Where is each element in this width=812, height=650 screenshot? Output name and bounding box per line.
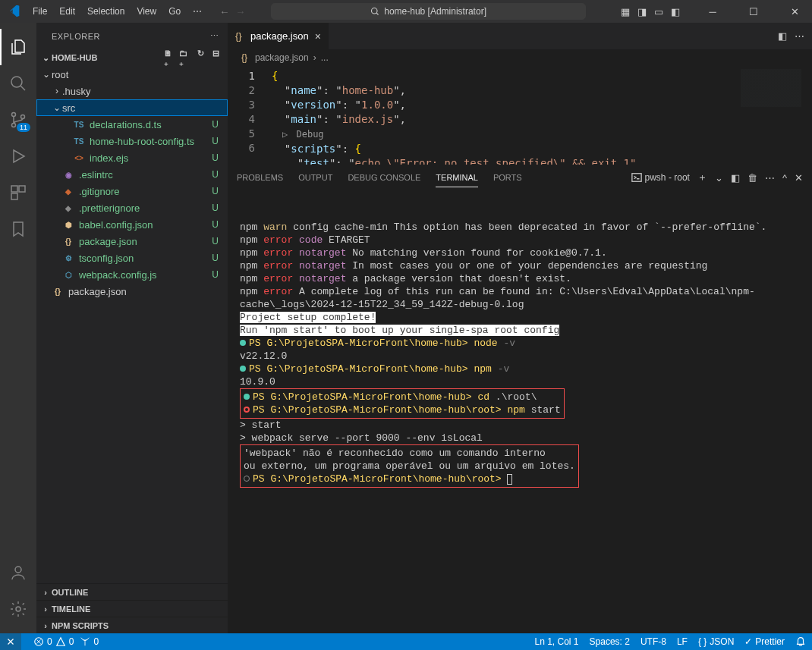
tab-problems[interactable]: PROBLEMS xyxy=(237,168,283,187)
activity-settings[interactable] xyxy=(0,591,36,627)
status-prettier[interactable]: ✓ Prettier xyxy=(744,636,785,647)
terminal-line: Project setup complete! xyxy=(240,311,800,324)
toggle-secondary-icon[interactable]: ▭ xyxy=(653,5,665,17)
tree-item[interactable]: {}package.json xyxy=(36,283,228,300)
tab-output[interactable]: OUTPUT xyxy=(298,168,332,187)
terminal-line: ou externo, um programa operável ou um a… xyxy=(244,460,575,473)
nav-back-icon[interactable]: ← xyxy=(219,6,229,17)
npm-scripts-section[interactable]: ›NPM SCRIPTS xyxy=(36,617,228,633)
toggle-panel-icon[interactable]: ◨ xyxy=(636,5,648,17)
new-folder-icon[interactable]: 🗀₊ xyxy=(179,49,191,68)
folder-section-header[interactable]: ⌄ HOME-HUB 🗎₊ 🗀₊ ↻ ⊟ xyxy=(36,49,228,66)
tree-item[interactable]: ⬡webpack.config.jsU xyxy=(36,266,228,283)
line-gutter: 123456 xyxy=(228,66,266,165)
play-bug-icon xyxy=(9,147,27,165)
files-icon xyxy=(9,38,27,56)
minimap[interactable] xyxy=(741,69,801,107)
tab-terminal[interactable]: TERMINAL xyxy=(436,168,478,187)
chevron-down-icon: ⌄ xyxy=(39,53,52,63)
menu-selection[interactable]: Selection xyxy=(81,0,131,23)
terminal-line: PS G:\ProjetoSPA-MicroFront\home-hub> no… xyxy=(240,337,800,350)
status-eol[interactable]: LF xyxy=(677,636,688,647)
status-spaces[interactable]: Spaces: 2 xyxy=(590,636,630,647)
svg-rect-7 xyxy=(11,186,17,192)
activity-search[interactable] xyxy=(0,65,36,102)
svg-point-6 xyxy=(21,115,25,119)
tree-item[interactable]: TSdeclarations.d.tsU xyxy=(36,116,228,133)
refresh-icon[interactable]: ↻ xyxy=(194,49,206,68)
status-encoding[interactable]: UTF-8 xyxy=(640,636,666,647)
tree-item[interactable]: ⌄root xyxy=(36,66,228,83)
split-terminal-icon[interactable]: ◧ xyxy=(731,172,740,184)
terminal-line: npm warn config cache-min This option ha… xyxy=(240,221,800,234)
file-name: src xyxy=(62,102,75,114)
remote-button[interactable] xyxy=(0,633,21,650)
tab-ports[interactable]: PORTS xyxy=(493,168,522,187)
menu-more[interactable]: ⋯ xyxy=(187,0,208,23)
new-terminal-icon[interactable]: ＋ xyxy=(697,171,707,184)
close-tab-icon[interactable]: × xyxy=(315,30,321,42)
explorer-more-icon[interactable]: ⋯ xyxy=(210,31,219,41)
split-editor-icon[interactable]: ◧ xyxy=(778,30,787,42)
activity-bookmark[interactable] xyxy=(0,211,36,247)
maximize-button[interactable]: ☐ xyxy=(736,0,771,23)
toggle-sidebar-icon[interactable]: ◧ xyxy=(669,5,681,17)
terminal-dropdown-icon[interactable]: ⌄ xyxy=(715,172,723,184)
close-panel-icon[interactable]: ✕ xyxy=(795,172,803,184)
activity-account[interactable] xyxy=(0,554,36,591)
tree-item[interactable]: ◆.prettierignoreU xyxy=(36,199,228,216)
error-icon xyxy=(33,636,44,647)
file-name: package.json xyxy=(68,286,127,297)
more-actions-icon[interactable]: ⋯ xyxy=(795,30,804,42)
status-idle-icon xyxy=(244,476,250,482)
menu-go[interactable]: Go xyxy=(162,0,187,23)
collapse-icon[interactable]: ⊟ xyxy=(209,49,222,68)
activity-extensions[interactable] xyxy=(0,174,36,211)
editor-body[interactable]: 123456 { "name": "home-hub", "version": … xyxy=(228,66,812,165)
tree-item[interactable]: ›.husky xyxy=(36,83,228,99)
status-ports[interactable]: 0 xyxy=(80,636,99,647)
command-center[interactable]: home-hub [Administrator] xyxy=(271,3,586,20)
editor-group: {} package.json × ◧ ⋯ {} package.json › … xyxy=(228,23,812,633)
outline-section[interactable]: ›OUTLINE xyxy=(36,583,228,600)
vscode-logo xyxy=(0,5,27,17)
activity-run-debug[interactable] xyxy=(0,138,36,174)
timeline-section[interactable]: ›TIMELINE xyxy=(36,600,228,617)
tree-item[interactable]: ⬢babel.config.jsonU xyxy=(36,216,228,233)
layout-customize-icon[interactable]: ▦ xyxy=(619,5,631,17)
kill-terminal-icon[interactable]: 🗑 xyxy=(747,172,757,184)
more-panel-icon[interactable]: ⋯ xyxy=(765,172,775,184)
status-ln-col[interactable]: Ln 1, Col 1 xyxy=(535,636,579,647)
activity-explorer[interactable] xyxy=(0,29,36,65)
tree-item[interactable]: <>index.ejsU xyxy=(36,149,228,166)
activity-source-control[interactable]: 11 xyxy=(0,102,36,138)
status-problems[interactable]: 0 0 xyxy=(33,636,74,647)
tab-debug-console[interactable]: DEBUG CONSOLE xyxy=(348,168,420,187)
tree-item[interactable]: ◉.eslintrcU xyxy=(36,166,228,183)
terminal-line: npm error notarget No matching version f… xyxy=(240,246,800,259)
status-language[interactable]: { } JSON xyxy=(698,636,734,647)
tree-item[interactable]: {}package.jsonU xyxy=(36,233,228,250)
status-notifications[interactable] xyxy=(795,636,806,648)
code-content[interactable]: { "name": "home-hub", "version": "1.0.0"… xyxy=(266,66,636,165)
tree-item[interactable]: ◆.gitignoreU xyxy=(36,183,228,199)
nav-forward-icon[interactable]: → xyxy=(235,6,245,17)
breadcrumb[interactable]: {} package.json › ... xyxy=(228,49,812,66)
tree-item[interactable]: TShome-hub-root-config.tsU xyxy=(36,133,228,149)
file-name: package.json xyxy=(79,236,137,247)
menu-file[interactable]: File xyxy=(27,0,53,23)
tab-package-json[interactable]: {} package.json × xyxy=(228,23,329,49)
tree-item[interactable]: ⌄src xyxy=(36,99,228,116)
maximize-panel-icon[interactable]: ^ xyxy=(782,172,787,184)
menu-edit[interactable]: Edit xyxy=(53,0,81,23)
close-button[interactable]: ✕ xyxy=(777,0,812,23)
tree-item[interactable]: ⚙tsconfig.jsonU xyxy=(36,250,228,266)
git-status-badge: U xyxy=(212,186,222,196)
menu-view[interactable]: View xyxy=(131,0,162,23)
terminal-line: PS G:\ProjetoSPA-MicroFront\home-hub\roo… xyxy=(244,404,561,416)
new-file-icon[interactable]: 🗎₊ xyxy=(164,49,176,68)
terminal-launcher[interactable]: pwsh - root xyxy=(631,172,690,183)
terminal-body[interactable]: npm warn config cache-min This option ha… xyxy=(228,190,812,633)
minimize-button[interactable]: ─ xyxy=(695,0,730,23)
terminal-line: Run 'npm start' to boot up your single-s… xyxy=(240,324,800,337)
